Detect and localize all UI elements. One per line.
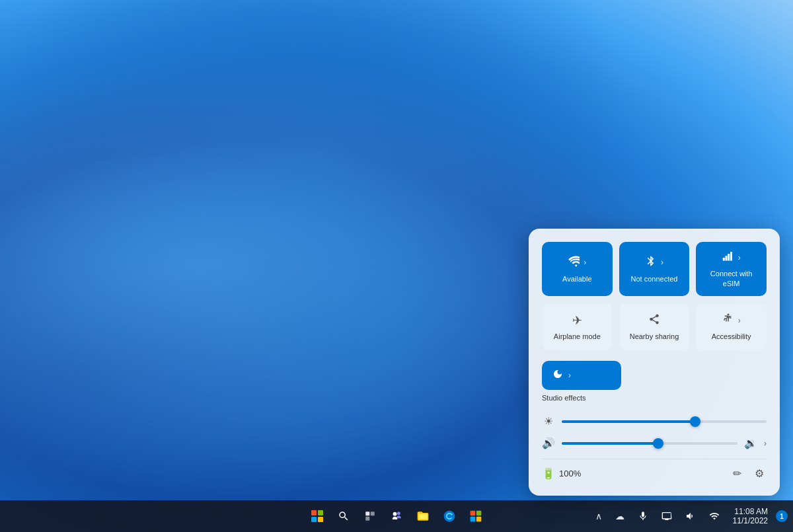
speaker-chevron-icon[interactable]: › — [764, 439, 767, 448]
brightness-fill — [562, 420, 695, 423]
svg-point-10 — [393, 512, 397, 516]
accessibility-label: Accessibility — [712, 332, 751, 341]
file-explorer-button[interactable] — [411, 504, 435, 528]
airplane-label: Airplane mode — [554, 332, 601, 341]
studio-effects-icon — [552, 369, 563, 382]
studio-effects-section: › Studio effects — [542, 361, 767, 402]
cellular-label: Connect with eSIM — [702, 269, 760, 288]
bluetooth-label: Not connected — [631, 274, 678, 284]
display-icon — [661, 511, 672, 521]
windows-logo-icon — [311, 510, 323, 522]
clock-time: 11:08 AM — [734, 507, 768, 516]
microphone-icon — [638, 511, 648, 521]
svg-point-9 — [397, 512, 400, 515]
network-tray[interactable] — [704, 508, 725, 524]
svg-rect-3 — [728, 254, 730, 261]
svg-point-5 — [727, 314, 729, 316]
show-hidden-icons-button[interactable]: ∧ — [590, 508, 607, 524]
quick-settings-bottom: 🔋 100% ✏ ⚙ — [542, 459, 767, 482]
volume-tray[interactable] — [680, 508, 701, 524]
accessibility-chevron: › — [738, 316, 741, 325]
speaker-device-icon[interactable]: 🔉 — [744, 437, 757, 449]
brightness-thumb[interactable] — [690, 416, 700, 427]
svg-rect-14 — [476, 517, 482, 522]
airplane-icon: ✈ — [572, 313, 582, 328]
notification-count: 1 — [780, 513, 784, 520]
svg-rect-4 — [730, 252, 732, 261]
svg-rect-2 — [725, 256, 727, 261]
cellular-icon — [722, 250, 734, 265]
wifi-chevron: › — [584, 258, 586, 267]
studio-effects-label: Studio effects — [542, 394, 621, 402]
battery-label: 100% — [559, 469, 581, 478]
taskbar-right: ∧ ☁ — [590, 506, 788, 527]
task-view-icon — [364, 510, 376, 522]
battery-area[interactable]: 🔋 100% — [542, 467, 581, 480]
bluetooth-icon — [645, 255, 657, 270]
svg-rect-13 — [471, 517, 476, 522]
nearby-sharing-icon — [648, 313, 660, 328]
start-button[interactable] — [305, 504, 329, 528]
quick-settings-panel: › Available › Not connected — [529, 229, 780, 496]
volume-slider-row: 🔊 🔉 › — [542, 437, 767, 449]
studio-chevron-icon: › — [568, 371, 571, 380]
display-tray[interactable] — [656, 508, 677, 524]
battery-icon: 🔋 — [542, 467, 555, 480]
teams-button[interactable] — [385, 504, 408, 528]
search-button[interactable] — [332, 504, 356, 528]
svg-rect-8 — [365, 517, 369, 521]
quick-toggles-row2: ✈ Airplane mode Nearby sharing — [542, 304, 767, 350]
brightness-slider[interactable] — [562, 420, 767, 423]
svg-rect-1 — [722, 258, 724, 261]
network-tray-icon — [709, 511, 720, 521]
wifi-icon — [568, 255, 580, 270]
settings-button[interactable]: ⚙ — [752, 465, 767, 482]
nearby-sharing-toggle[interactable]: Nearby sharing — [619, 304, 690, 350]
edit-button[interactable]: ✏ — [730, 465, 744, 482]
taskbar: ∧ ☁ — [0, 500, 793, 532]
clock-area[interactable]: 11:08 AM 11/1/2022 — [728, 506, 773, 527]
svg-rect-7 — [371, 512, 375, 515]
wifi-toggle[interactable]: › Available — [542, 242, 613, 296]
svg-rect-11 — [471, 511, 476, 516]
chevron-up-icon: ∧ — [595, 511, 602, 521]
microphone-tray[interactable] — [632, 508, 654, 524]
accessibility-icon — [722, 313, 734, 328]
studio-effects-toggle[interactable]: › — [542, 361, 621, 390]
bluetooth-chevron: › — [661, 258, 663, 267]
qs-bottom-actions: ✏ ⚙ — [730, 465, 767, 482]
airplane-toggle[interactable]: ✈ Airplane mode — [542, 304, 613, 350]
desktop: › Available › Not connected — [0, 0, 793, 532]
quick-toggles-row1: › Available › Not connected — [542, 242, 767, 296]
brightness-icon: ☀ — [542, 415, 555, 428]
volume-slider[interactable] — [562, 442, 737, 445]
bluetooth-toggle[interactable]: › Not connected — [619, 242, 690, 296]
edge-icon — [443, 510, 456, 523]
notification-badge[interactable]: 1 — [776, 510, 788, 522]
cellular-chevron: › — [738, 253, 741, 262]
clock-date: 11/1/2022 — [733, 516, 768, 525]
volume-fill — [562, 442, 658, 445]
teams-icon — [390, 510, 403, 523]
svg-rect-6 — [365, 512, 369, 515]
cellular-toggle[interactable]: › Connect with eSIM — [696, 242, 767, 296]
accessibility-toggle[interactable]: › Accessibility — [696, 304, 767, 350]
edge-button[interactable] — [437, 504, 461, 528]
task-view-button[interactable] — [358, 504, 382, 528]
file-explorer-icon — [416, 510, 430, 523]
store-icon — [469, 510, 482, 523]
brightness-slider-row: ☀ — [542, 415, 767, 428]
svg-rect-12 — [476, 511, 482, 516]
volume-tray-icon — [685, 511, 696, 521]
wifi-label: Available — [562, 274, 591, 284]
svg-point-0 — [576, 264, 578, 266]
store-button[interactable] — [464, 504, 488, 528]
search-icon — [338, 510, 350, 522]
nearby-sharing-label: Nearby sharing — [630, 332, 679, 341]
onedrive-tray[interactable]: ☁ — [610, 508, 630, 524]
taskbar-center — [305, 504, 488, 528]
volume-thumb[interactable] — [653, 438, 663, 449]
onedrive-icon: ☁ — [615, 511, 624, 521]
volume-icon: 🔊 — [542, 437, 555, 449]
